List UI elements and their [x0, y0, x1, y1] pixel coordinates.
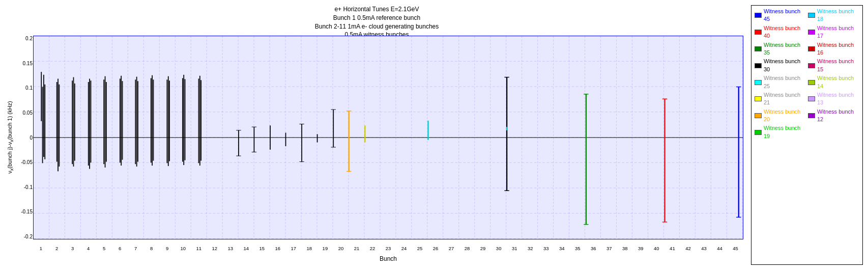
x-tick-35: 35: [575, 246, 581, 251]
legend-color-box: [755, 63, 762, 68]
x-tick-36: 36: [591, 246, 596, 251]
legend-item: Witness bunch 20: [755, 108, 806, 124]
y-tick-neg0.1: -0.1: [14, 184, 33, 190]
y-tick-0.15: 0.15: [14, 61, 33, 66]
legend-label: Witness bunch 14: [817, 74, 859, 90]
x-tick-38: 38: [622, 246, 628, 251]
chart-svg: [34, 36, 743, 239]
title-line2: Bunch 1 0.5mA reference bunch: [315, 14, 439, 22]
x-tick-7: 7: [134, 246, 137, 251]
x-tick-24: 24: [401, 246, 407, 251]
x-tick-28: 28: [465, 246, 470, 251]
x-tick-3: 3: [71, 246, 74, 251]
x-tick-44: 44: [717, 246, 722, 251]
x-tick-9: 9: [166, 246, 168, 251]
y-tick-neg0.05: -0.05: [14, 159, 33, 165]
x-tick-45: 45: [733, 246, 738, 251]
legend-color-box: [755, 13, 762, 18]
x-axis-text: Bunch: [380, 255, 397, 262]
legend-color-box: [808, 80, 815, 85]
legend-item: Witness bunch 15: [808, 58, 859, 73]
legend-item: Witness bunch 19: [755, 124, 806, 140]
y-tick-neg0.15: -0.15: [14, 209, 33, 214]
legend-item: Witness bunch 40: [755, 24, 806, 40]
legend-label: Witness bunch 30: [764, 58, 806, 73]
x-tick-27: 27: [449, 246, 454, 251]
x-tick-31: 31: [512, 246, 517, 251]
legend-label: Witness bunch 45: [764, 8, 806, 23]
x-tick-11: 11: [196, 246, 201, 251]
legend-color-box: [755, 30, 762, 35]
legend-color-box: [808, 46, 815, 51]
x-tick-40: 40: [654, 246, 659, 251]
x-tick-32: 32: [528, 246, 533, 251]
legend-item: Witness bunch 17: [808, 24, 859, 40]
legend-color-box: [808, 96, 815, 101]
x-tick-39: 39: [638, 246, 644, 251]
x-tick-37: 37: [606, 246, 612, 251]
x-tick-26: 26: [433, 246, 439, 251]
legend-label: Witness bunch 25: [764, 74, 806, 90]
legend-label: Witness bunch 18: [817, 8, 859, 23]
chart-area: e+ Horizontal Tunes E=2.1GeV Bunch 1 0.5…: [5, 5, 748, 265]
y-tick-0: 0: [14, 135, 33, 141]
y-tick-0.2: 0.2: [14, 36, 33, 41]
x-tick-17: 17: [291, 246, 297, 251]
x-tick-19: 19: [323, 246, 328, 251]
legend-label: Witness bunch 17: [817, 24, 859, 40]
x-tick-1: 1: [40, 246, 42, 251]
legend-color-box: [755, 130, 762, 135]
legend-label: Witness bunch 20: [764, 108, 806, 124]
x-tick-23: 23: [386, 246, 391, 251]
x-axis-label: Bunch: [33, 255, 743, 262]
legend-label: Witness bunch 12: [817, 108, 859, 124]
y-tick-labels: 0.2 0.15 0.1 0.05 0 -0.05 -0.1 -0.15 -0.…: [14, 36, 33, 239]
legend-item: Witness bunch 14: [808, 74, 859, 90]
legend-label: Witness bunch 40: [764, 24, 806, 40]
y-tick-0.05: 0.05: [14, 110, 33, 116]
x-tick-15: 15: [259, 246, 265, 251]
legend-color-box: [755, 113, 762, 118]
plot-area: [33, 36, 743, 239]
legend-color-box: [755, 80, 762, 85]
x-tick-20: 20: [338, 246, 344, 251]
chart-container: e+ Horizontal Tunes E=2.1GeV Bunch 1 0.5…: [0, 0, 868, 270]
legend-color-box: [755, 46, 762, 51]
x-tick-10: 10: [180, 246, 186, 251]
legend-item: Witness bunch 16: [808, 41, 859, 57]
x-tick-42: 42: [685, 246, 691, 251]
legend-color-box: [808, 113, 815, 118]
x-tick-12: 12: [212, 246, 217, 251]
legend-item: Witness bunch 18: [808, 8, 859, 23]
legend-item: Witness bunch 13: [808, 91, 859, 107]
y-tick-0.1: 0.1: [14, 85, 33, 91]
legend-label: Witness bunch 21: [764, 91, 806, 107]
legend-label: Witness bunch 15: [817, 58, 859, 73]
title-line1: e+ Horizontal Tunes E=2.1GeV: [315, 5, 439, 14]
legend-item: Witness bunch 35: [755, 41, 806, 57]
x-tick-5: 5: [103, 246, 105, 251]
x-tick-21: 21: [354, 246, 360, 251]
chart-title: e+ Horizontal Tunes E=2.1GeV Bunch 1 0.5…: [315, 5, 439, 39]
x-tick-14: 14: [244, 246, 249, 251]
legend-item: Witness bunch 21: [755, 91, 806, 107]
x-tick-8: 8: [150, 246, 153, 251]
x-tick-4: 4: [87, 246, 90, 251]
legend-item: Witness bunch 45: [755, 8, 806, 23]
x-tick-labels: 1234567891011121314151617181920212223242…: [33, 246, 743, 254]
x-tick-41: 41: [670, 246, 675, 251]
legend-label: Witness bunch 16: [817, 41, 859, 57]
y-tick-neg0.2: -0.2: [14, 234, 33, 239]
legend-color-box: [808, 13, 815, 18]
y-axis-label: νx(bunch j)-νx(bunch 1) (kHz): [6, 101, 14, 174]
legend-label: Witness bunch 19: [764, 124, 806, 140]
x-tick-18: 18: [307, 246, 312, 251]
legend-label: Witness bunch 35: [764, 41, 806, 57]
x-tick-29: 29: [480, 246, 486, 251]
x-tick-22: 22: [370, 246, 375, 251]
x-tick-33: 33: [543, 246, 549, 251]
x-tick-13: 13: [227, 246, 233, 251]
legend-color-box: [808, 30, 815, 35]
x-tick-6: 6: [119, 246, 121, 251]
legend-item: Witness bunch 30: [755, 58, 806, 73]
